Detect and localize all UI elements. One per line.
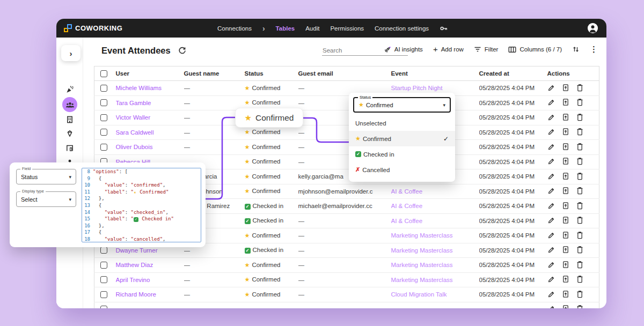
duplicate-button[interactable] (562, 305, 569, 308)
user-link[interactable]: Sara Caldwell (116, 129, 154, 136)
edit-button[interactable] (547, 305, 555, 308)
nav-audit[interactable]: Audit (305, 25, 319, 32)
filter-button[interactable]: Filter (474, 46, 499, 53)
dropdown-option[interactable]: ✓Checked in (349, 146, 455, 162)
edit-button[interactable] (547, 187, 555, 195)
dropdown-option[interactable]: ★Confirmed✓ (349, 131, 455, 146)
duplicate-button[interactable] (562, 113, 569, 121)
user-avatar[interactable] (588, 23, 598, 33)
delete-button[interactable] (576, 172, 583, 180)
edit-button[interactable] (547, 276, 555, 283)
event-link[interactable]: Marketing Masterclass (391, 277, 453, 283)
event-link[interactable]: Startup Pitch Night (391, 85, 443, 91)
sort-button[interactable] (572, 46, 580, 53)
options-code-editor[interactable]: 8"options": [9 {10 "value": "confirmed",… (82, 168, 201, 242)
edit-button[interactable] (547, 84, 555, 92)
duplicate-button[interactable] (562, 261, 569, 269)
delete-button[interactable] (576, 84, 583, 92)
sidebar-item-attendees[interactable] (62, 97, 77, 112)
delete-button[interactable] (576, 98, 583, 106)
edit-button[interactable] (547, 173, 555, 180)
user-link[interactable]: Richard Moore (116, 291, 156, 298)
ai-insights-button[interactable]: AI insights (383, 46, 423, 54)
row-checkbox[interactable] (100, 306, 107, 308)
delete-button[interactable] (576, 157, 583, 165)
duplicate-button[interactable] (562, 98, 569, 106)
row-checkbox[interactable] (100, 99, 107, 106)
edit-button[interactable] (547, 128, 555, 136)
delete-button[interactable] (576, 275, 583, 283)
row-checkbox[interactable] (100, 144, 107, 151)
duplicate-button[interactable] (562, 84, 569, 92)
nav-connections[interactable]: Connections (217, 25, 252, 32)
user-link[interactable]: Michele Williams (116, 85, 162, 91)
delete-button[interactable] (576, 202, 583, 210)
event-link[interactable]: Cloud Migration Talk (391, 291, 447, 298)
key-icon[interactable] (440, 25, 448, 32)
duplicate-button[interactable] (562, 202, 569, 210)
row-checkbox[interactable] (100, 262, 107, 269)
duplicate-button[interactable] (562, 216, 569, 224)
columns-button[interactable]: Columns (6 / 7) (508, 46, 562, 53)
edit-button[interactable] (547, 158, 555, 165)
user-link[interactable]: Dwayne Turner (116, 247, 158, 254)
edit-button[interactable] (547, 246, 555, 254)
edit-button[interactable] (547, 232, 555, 239)
event-link[interactable]: AI & Coffee (391, 218, 423, 224)
field-select[interactable]: Field Status ▾ (16, 169, 76, 184)
add-row-button[interactable]: + Add row (433, 46, 464, 53)
more-options-button[interactable]: ⋮ (590, 45, 598, 54)
edit-button[interactable] (547, 114, 555, 121)
row-checkbox[interactable] (100, 247, 107, 254)
event-link[interactable]: AI & Coffee (391, 203, 423, 209)
select-all-checkbox[interactable] (100, 70, 107, 77)
row-checkbox[interactable] (100, 129, 107, 136)
event-link[interactable]: Marketing Masterclass (391, 232, 453, 239)
duplicate-button[interactable] (562, 172, 569, 180)
duplicate-button[interactable] (562, 246, 569, 254)
nav-permissions[interactable]: Permissions (330, 25, 364, 32)
edit-button[interactable] (547, 99, 555, 106)
user-link[interactable]: Victor Waller (116, 114, 151, 121)
duplicate-button[interactable] (562, 231, 569, 239)
row-checkbox[interactable] (100, 276, 107, 283)
edit-button[interactable] (547, 143, 555, 151)
display-type-select[interactable]: Display type Select ▾ (16, 191, 76, 207)
user-link[interactable]: April Trevino (116, 277, 150, 283)
delete-button[interactable] (576, 305, 583, 308)
delete-button[interactable] (576, 113, 583, 121)
delete-button[interactable] (576, 261, 583, 269)
row-checkbox[interactable] (100, 114, 107, 121)
dropdown-option[interactable]: ✗Cancelled (349, 162, 455, 177)
nav-connection-settings[interactable]: Connection settings (375, 25, 429, 32)
sidebar-item-perks[interactable] (62, 126, 77, 141)
refresh-button[interactable] (178, 47, 186, 55)
delete-button[interactable] (576, 143, 583, 151)
delete-button[interactable] (576, 231, 583, 239)
duplicate-button[interactable] (562, 187, 569, 195)
user-link[interactable]: Oliver Dubois (116, 144, 153, 150)
edit-button[interactable] (547, 202, 555, 210)
duplicate-button[interactable] (562, 157, 569, 165)
duplicate-button[interactable] (562, 275, 569, 283)
edit-button[interactable] (547, 291, 555, 298)
delete-button[interactable] (576, 128, 583, 136)
sidebar-expand-button[interactable]: › (61, 45, 80, 61)
duplicate-button[interactable] (562, 128, 569, 136)
event-link[interactable]: Marketing Masterclass (391, 262, 453, 268)
user-link[interactable]: Matthew Diaz (116, 262, 153, 268)
nav-tables[interactable]: Tables (276, 25, 295, 32)
edit-button[interactable] (547, 217, 555, 224)
row-checkbox[interactable] (100, 291, 107, 298)
duplicate-button[interactable] (562, 143, 569, 151)
edit-button[interactable] (547, 261, 555, 269)
duplicate-button[interactable] (562, 290, 569, 298)
delete-button[interactable] (576, 290, 583, 298)
delete-button[interactable] (576, 216, 583, 224)
sidebar-item-events[interactable] (62, 82, 77, 97)
sidebar-item-companies[interactable] (62, 112, 77, 127)
row-checkbox[interactable] (100, 85, 107, 92)
delete-button[interactable] (576, 187, 583, 195)
event-link[interactable]: AI & Coffee (391, 188, 423, 195)
sidebar-item-rooms[interactable] (62, 140, 77, 155)
